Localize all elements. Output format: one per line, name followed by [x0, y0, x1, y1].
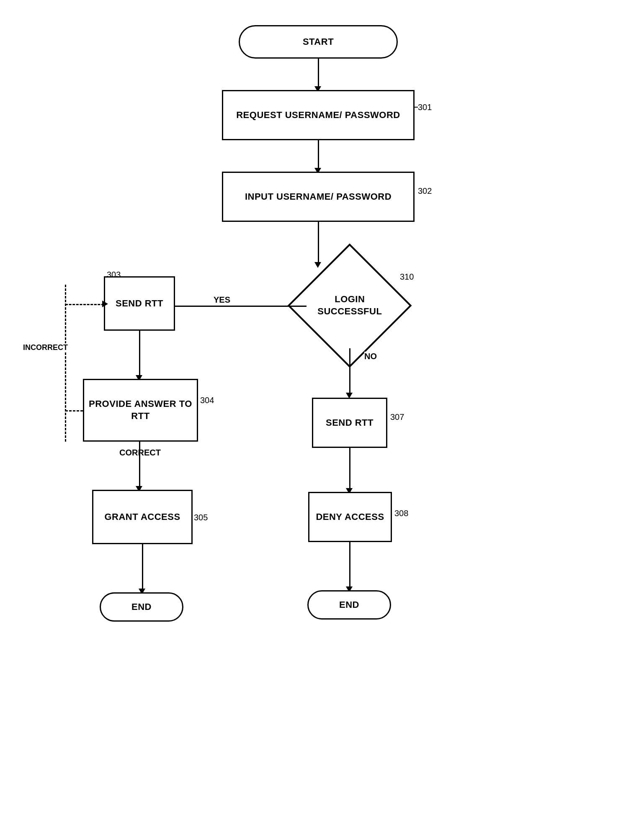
ref-302: 302	[418, 186, 432, 196]
ref-303: 303	[107, 270, 121, 280]
provide-answer-shape: PROVIDE ANSWER TO RTT	[83, 379, 198, 442]
ref-307: 307	[390, 412, 404, 422]
request-username-label: REQUEST USERNAME/ PASSWORD	[236, 109, 400, 121]
deny-access-shape: DENY ACCESS	[308, 492, 392, 542]
grant-access-label: GRANT ACCESS	[104, 511, 180, 523]
send-rtt-303-label: SEND RTT	[116, 298, 163, 310]
ref-304: 304	[200, 396, 214, 405]
deny-access-label: DENY ACCESS	[316, 511, 384, 523]
login-successful-label: LOGIN SUCCESSFUL	[307, 293, 392, 317]
flowchart-diagram: START REQUEST USERNAME/ PASSWORD 301 INP…	[0, 0, 644, 828]
end-left-shape: END	[100, 592, 183, 622]
no-label: NO	[364, 352, 377, 361]
send-rtt-307-label: SEND RTT	[326, 417, 374, 429]
ref-308: 308	[394, 509, 408, 518]
start-shape: START	[239, 25, 398, 59]
send-rtt-307-shape: SEND RTT	[312, 398, 387, 448]
ref-305: 305	[194, 513, 208, 522]
provide-answer-label: PROVIDE ANSWER TO RTT	[84, 398, 197, 422]
input-username-shape: INPUT USERNAME/ PASSWORD	[222, 172, 415, 222]
ref-310: 310	[400, 272, 414, 282]
input-username-label: INPUT USERNAME/ PASSWORD	[245, 191, 392, 203]
send-rtt-303-shape: SEND RTT	[104, 276, 175, 331]
grant-access-shape: GRANT ACCESS	[92, 490, 193, 544]
incorrect-label: INCORRECT	[23, 343, 68, 352]
start-label: START	[303, 36, 334, 48]
end-right-shape: END	[307, 590, 391, 620]
end-left-label: END	[131, 601, 152, 613]
request-username-shape: REQUEST USERNAME/ PASSWORD	[222, 90, 415, 140]
ref-301: 301	[418, 103, 432, 112]
yes-label: YES	[214, 295, 230, 305]
end-right-label: END	[339, 599, 359, 611]
